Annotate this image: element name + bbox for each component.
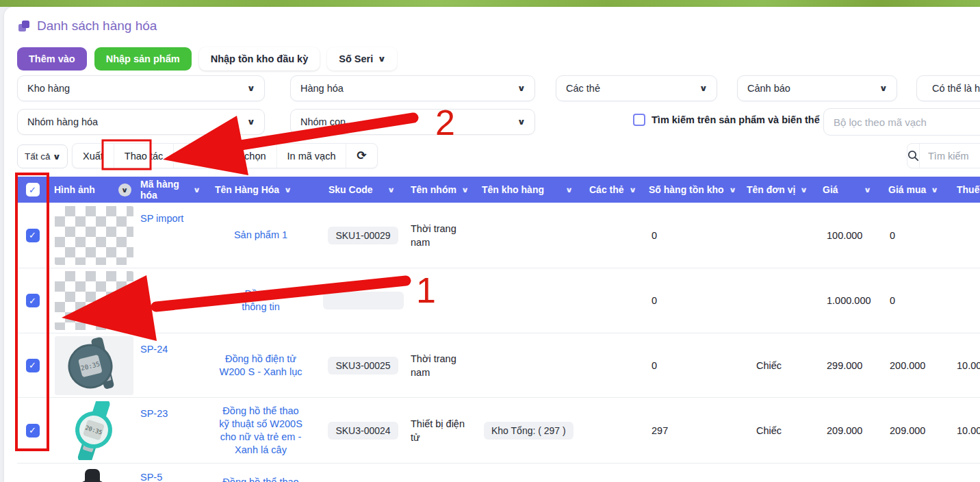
header-checkbox-cell: ✓ (17, 183, 48, 196)
buy-price-cell: 209.000 (884, 425, 953, 436)
toolbar-button-group: Xuất Thao tác Xuất chọn In mã vạch ⟳ (72, 143, 378, 168)
search-input[interactable] (920, 144, 980, 168)
print-barcode-button[interactable]: In mã vạch (276, 144, 346, 168)
col-header-image[interactable]: Hình ảnh ∨ (48, 183, 134, 196)
refresh-button[interactable]: ⟳ (346, 144, 376, 168)
scope-select[interactable]: Tất cả ∨ (17, 144, 68, 168)
buy-price-cell: 0 (884, 295, 953, 306)
col-header-name[interactable]: Tên Hàng Hóa∨ (200, 184, 322, 195)
product-name-link[interactable]: Đồng hồ thể thao (222, 477, 298, 482)
product-image-placeholder[interactable] (55, 206, 133, 265)
export-selected-button[interactable]: Xuất chọn (173, 144, 276, 168)
stock-cell: 0 (643, 295, 743, 306)
table-header: ✓ Hình ảnh ∨ Mã hàng hóa∨ Tên Hàng Hóa∨ … (17, 177, 980, 203)
table-row: ✓ 20:35 SP (17, 398, 980, 464)
chevron-down-icon: ∨ (565, 186, 573, 194)
product-code-link[interactable]: SP-24 (140, 344, 168, 355)
col-header-tags[interactable]: Các thẻ∨ (585, 184, 643, 195)
stock-cell: 297 (643, 425, 743, 436)
search-button[interactable] (907, 144, 920, 168)
col-header-tax[interactable]: Thuế (953, 184, 980, 195)
chevron-down-icon: ∨ (193, 186, 201, 194)
search-icon (907, 150, 919, 162)
group-filter-select[interactable]: Nhóm hàng hóa ∨ (17, 109, 265, 135)
product-image-watch-dark-teal[interactable]: 20:35 (55, 336, 133, 395)
row-checkbox[interactable]: ✓ (26, 359, 40, 372)
table-row: ✓ 20:35 SP (17, 333, 980, 398)
col-header-warehouse[interactable]: Tên kho hàng∨ (476, 184, 585, 195)
chevron-down-icon: ∨ (879, 84, 888, 93)
goods-list-icon (17, 19, 31, 33)
page-title-row: Danh sách hàng hóa (17, 18, 157, 34)
table-row: ✓ Đồng h thông tin 0 1.000.000 0 (17, 268, 980, 333)
row-checkbox[interactable]: ✓ (26, 294, 40, 307)
product-name-link[interactable]: Đồng h thông tin (200, 288, 322, 314)
export-button[interactable]: Xuất (73, 144, 114, 168)
actions-button[interactable]: Thao tác (114, 144, 173, 168)
chevron-down-icon: ∨ (699, 84, 708, 93)
price-cell: 299.000 (818, 360, 884, 371)
col-header-buy-price[interactable]: Giá mua∨ (884, 184, 953, 195)
stock-cell: 0 (643, 360, 743, 371)
table-row: ✓ SP import Sản phẩm 1 SKU1-00029 Thời t… (17, 203, 980, 268)
subgroup-filter-select[interactable]: Nhóm con ∨ (290, 109, 535, 135)
col-header-sku[interactable]: Sku Code∨ (322, 184, 404, 195)
maybe-goods-filter-select[interactable]: Có thể là hàn (916, 75, 980, 101)
variant-search-option: Tìm kiếm trên sản phẩm và biến thể ? (633, 114, 838, 126)
barcode-filter-input[interactable] (823, 108, 980, 136)
row-checkbox[interactable]: ✓ (26, 424, 40, 437)
warehouse-filter-select[interactable]: Kho hàng ∨ (17, 75, 265, 101)
col-header-stock[interactable]: Số hàng tồn kho∨ (643, 184, 743, 195)
variant-search-checkbox[interactable] (633, 114, 645, 126)
product-name-link[interactable]: Đồng hồ điện tử W200 S - Xanh lục (200, 353, 322, 379)
product-code-link[interactable]: SP-5 (140, 472, 162, 482)
table-row: SP-5 Đồng hồ thể thao (17, 464, 980, 482)
product-code-link[interactable]: SP-23 (140, 408, 168, 419)
product-name-link[interactable]: Sản phẩm 1 (234, 229, 287, 240)
warning-filter-select[interactable]: Cảnh báo ∨ (737, 75, 897, 101)
variant-search-label: Tìm kiếm trên sản phẩm và biến thể (652, 114, 820, 125)
table-body: ✓ SP import Sản phẩm 1 SKU1-00029 Thời t… (17, 203, 980, 482)
select-all-checkbox[interactable]: ✓ (26, 183, 40, 196)
chevron-down-icon: ∨ (378, 54, 386, 64)
product-image-watch-black[interactable] (55, 468, 133, 482)
chevron-down-icon: ∨ (863, 186, 871, 194)
sku-pill-hidden (323, 292, 404, 309)
tax-cell: 10.00 (953, 425, 980, 436)
chevron-down-icon: ∨ (517, 84, 526, 93)
unit-cell: Chiếc (743, 425, 818, 436)
inventory-page: Danh sách hàng hóa Thêm vào Nhập sản phẩ… (0, 0, 980, 482)
product-code-link[interactable]: SP import (140, 213, 183, 224)
product-image-placeholder[interactable] (55, 271, 133, 330)
top-green-bar (0, 0, 980, 7)
col-header-price[interactable]: Giá∨ (818, 184, 884, 195)
product-name-link[interactable]: Đồng hồ thể thao kỹ thuật số W200S cho n… (200, 405, 322, 457)
sku-pill: SKU1-00029 (328, 227, 398, 244)
import-product-button[interactable]: Nhập sản phẩm (94, 47, 192, 71)
col-header-unit[interactable]: Tên đơn vị∨ (743, 184, 818, 195)
sku-pill: SKU3-00024 (328, 422, 398, 440)
add-button[interactable]: Thêm vào (17, 47, 87, 71)
chevron-down-icon: ∨ (729, 186, 736, 194)
column-options-icon[interactable]: ∨ (118, 183, 131, 196)
action-buttons-row: Thêm vào Nhập sản phẩm Nhập tồn kho đầu … (17, 47, 397, 71)
col-header-code[interactable]: Mã hàng hóa∨ (134, 179, 200, 201)
tags-filter-select[interactable]: Các thẻ ∨ (556, 75, 717, 101)
group-cell: Thời trangnam (404, 352, 476, 379)
goods-filter-select[interactable]: Hàng hóa ∨ (290, 75, 535, 101)
col-header-group[interactable]: Tên nhóm∨ (404, 184, 476, 195)
tax-cell: 10.00 (953, 360, 980, 371)
refresh-icon: ⟳ (357, 149, 366, 163)
chevron-down-icon: ∨ (284, 186, 292, 194)
serial-number-button[interactable]: Số Seri ∨ (327, 47, 397, 71)
import-opening-stock-button[interactable]: Nhập tồn kho đầu kỳ (199, 47, 320, 71)
chevron-down-icon: ∨ (53, 152, 61, 162)
buy-price-cell: 0 (884, 230, 953, 241)
unit-cell: Chiếc (743, 360, 818, 371)
product-image-watch-teal[interactable]: 20:35 (55, 401, 133, 460)
group-cell: Thiết bị điệntử (404, 417, 476, 444)
row-checkbox[interactable]: ✓ (26, 229, 40, 242)
chevron-down-icon: ∨ (247, 117, 255, 127)
chevron-down-icon: ∨ (800, 186, 808, 194)
sku-pill: SKU3-00025 (328, 357, 398, 375)
